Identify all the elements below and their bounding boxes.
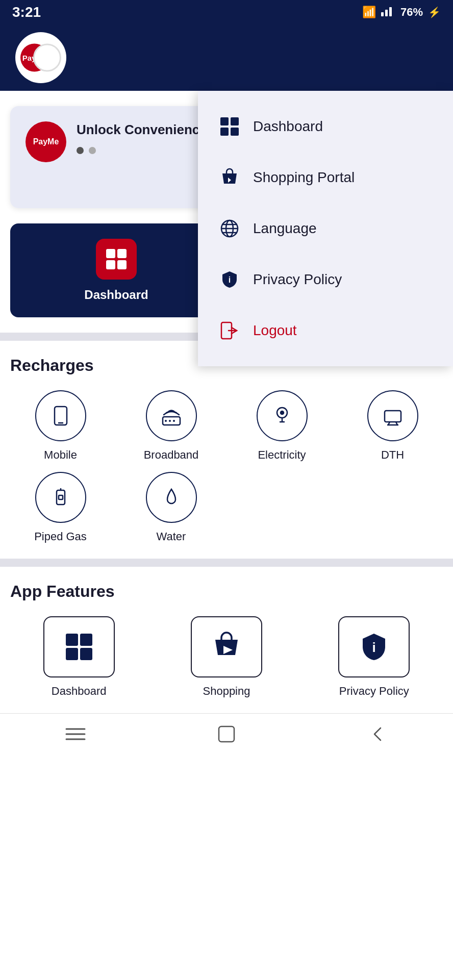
svg-rect-21	[55, 407, 67, 425]
svg-rect-6	[231, 128, 239, 136]
status-icons: 📶 76% ⚡	[362, 5, 441, 19]
dth-icon-circle	[367, 390, 418, 441]
svg-rect-31	[385, 411, 401, 422]
feature-dashboard-label: Dashboard	[52, 685, 107, 698]
svg-rect-40	[66, 648, 78, 660]
signal-icon	[381, 5, 395, 19]
app-features-section: App Features Dashboard	[0, 567, 453, 713]
menu-privacy-label: Privacy Policy	[253, 271, 342, 288]
banner-logo: PayMe	[26, 121, 66, 162]
recharge-dth[interactable]: DTH	[342, 390, 443, 462]
electricity-label: Electricity	[258, 448, 306, 462]
svg-point-30	[281, 411, 284, 414]
features-grid: Dashboard Shopping i	[10, 616, 443, 698]
globe-icon	[218, 217, 241, 240]
recharge-electricity[interactable]: Electricity	[232, 390, 332, 462]
svg-text:i: i	[229, 275, 231, 284]
broadband-icon-circle	[146, 390, 197, 441]
menu-item-language[interactable]: Language	[198, 203, 453, 254]
svg-rect-1	[385, 10, 388, 16]
logout-icon	[218, 319, 241, 342]
nav-home-btn[interactable]	[211, 719, 242, 749]
nav-back-btn[interactable]	[362, 719, 393, 749]
recharge-broadband[interactable]: Broadband	[121, 390, 221, 462]
mobile-icon-circle	[35, 390, 86, 441]
empty-cell-2	[342, 472, 443, 543]
nav-menu-btn[interactable]	[60, 719, 91, 749]
feature-shopping-icon-box	[191, 616, 262, 677]
feature-privacy-icon-box: i	[338, 616, 410, 677]
menu-item-privacy[interactable]: i Privacy Policy	[198, 254, 453, 305]
svg-text:i: i	[372, 640, 376, 655]
header-logo: PayMe	[15, 32, 66, 83]
dashboard-icon	[218, 115, 241, 138]
battery-text: 76%	[400, 6, 423, 19]
feature-dashboard[interactable]: Dashboard	[10, 616, 147, 698]
svg-rect-41	[80, 648, 92, 660]
water-label: Water	[157, 530, 186, 543]
dot-2	[89, 147, 96, 154]
electricity-icon-circle	[257, 390, 308, 441]
svg-rect-17	[117, 249, 127, 258]
divider-2	[0, 559, 453, 567]
menu-item-shopping[interactable]: Shopping Portal	[198, 152, 453, 203]
menu-item-dashboard[interactable]: Dashboard	[198, 101, 453, 152]
menu-dashboard-label: Dashboard	[253, 118, 323, 135]
piped-gas-label: Piped Gas	[34, 530, 87, 543]
bottom-nav	[0, 713, 453, 754]
feature-privacy[interactable]: i Privacy Policy	[306, 616, 443, 698]
svg-rect-35	[57, 490, 65, 505]
piped-gas-icon-circle	[35, 472, 86, 523]
svg-rect-5	[220, 128, 229, 136]
svg-rect-2	[389, 7, 392, 16]
svg-rect-3	[220, 117, 229, 125]
broadband-label: Broadband	[144, 448, 199, 462]
main-content: Dashboard Shopping Portal	[0, 91, 453, 980]
dashboard-action-label: Dashboard	[84, 288, 148, 302]
dropdown-menu: Dashboard Shopping Portal	[198, 91, 453, 366]
dot-1	[77, 147, 84, 154]
banner-logo-text: PayMe	[33, 137, 59, 146]
feature-shopping[interactable]: Shopping	[158, 616, 295, 698]
menu-logout-label: Logout	[253, 322, 297, 339]
svg-rect-39	[80, 634, 92, 646]
recharge-water[interactable]: Water	[121, 472, 221, 543]
feature-dashboard-icon-box	[43, 616, 115, 677]
svg-rect-38	[66, 634, 78, 646]
menu-language-label: Language	[253, 220, 317, 237]
app-header: PayMe	[0, 24, 453, 91]
battery-icon: ⚡	[428, 6, 441, 18]
water-icon-circle	[146, 472, 197, 523]
svg-rect-18	[106, 260, 115, 269]
svg-rect-37	[59, 495, 63, 499]
feature-privacy-label: Privacy Policy	[339, 685, 409, 698]
mobile-label: Mobile	[44, 448, 77, 462]
svg-rect-47	[219, 726, 234, 742]
svg-rect-0	[381, 12, 384, 16]
feature-shopping-label: Shopping	[203, 685, 250, 698]
recharges-section: Recharges Mobile	[0, 341, 453, 559]
status-bar: 3:21 📶 76% ⚡	[0, 0, 453, 24]
recharges-grid-row1: Mobile Broadband	[10, 390, 443, 462]
svg-rect-4	[231, 117, 239, 125]
empty-cell-1	[232, 472, 332, 543]
wifi-icon: 📶	[362, 6, 376, 19]
recharges-grid-row2: Piped Gas Water	[10, 472, 443, 543]
dashboard-action-icon	[96, 239, 137, 280]
shopping-bag-icon	[218, 166, 241, 189]
recharge-piped-gas[interactable]: Piped Gas	[10, 472, 111, 543]
dth-label: DTH	[381, 448, 404, 462]
app-features-title: App Features	[10, 582, 443, 601]
svg-rect-19	[117, 260, 127, 269]
status-time: 3:21	[12, 4, 41, 20]
menu-item-logout[interactable]: Logout	[198, 305, 453, 356]
menu-shopping-label: Shopping Portal	[253, 169, 355, 186]
shield-privacy-icon: i	[218, 268, 241, 291]
svg-rect-16	[106, 249, 115, 258]
dashboard-action-btn[interactable]: Dashboard	[10, 223, 222, 317]
recharge-mobile[interactable]: Mobile	[10, 390, 111, 462]
